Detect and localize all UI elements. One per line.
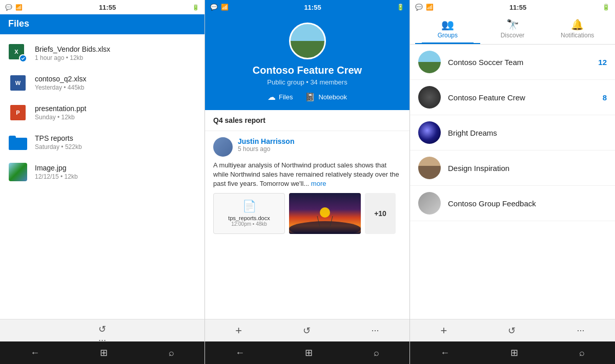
- attachment-doc[interactable]: 📄 tps_reports.docx 12:00pm • 48kb: [213, 193, 285, 234]
- file-info: TPS reports Saturday • 522kb: [35, 134, 82, 151]
- file-name: contoso_q2.xlsx: [35, 75, 86, 83]
- group-avatar-feedback: [418, 192, 441, 215]
- group-row[interactable]: Contoso Group Feedback: [410, 186, 615, 221]
- files-header: Files: [0, 14, 205, 34]
- group-row[interactable]: Bright Dreams: [410, 115, 615, 151]
- home-icon-3[interactable]: ⊞: [510, 347, 518, 358]
- group-badge-crew: 8: [603, 93, 607, 102]
- file-list: X Briefs_Vendor Bids.xlsx 1 hour ago • 1…: [0, 34, 204, 319]
- bottom-bar-2: + ↺ ···: [205, 319, 409, 341]
- bottom-bar-3: + ↺ ···: [410, 319, 615, 341]
- bottom-bar-1: ↺ ···: [0, 319, 205, 341]
- notebook-icon: 📓: [305, 92, 315, 102]
- phone-groups-list: 💬 📶 11:55 🔋 👥 Groups 🔭 Discover 🔔 Notifi…: [410, 0, 615, 364]
- file-icon-image: [8, 162, 28, 182]
- add-icon-3[interactable]: +: [441, 324, 447, 337]
- file-item[interactable]: X Briefs_Vendor Bids.xlsx 1 hour ago • 1…: [0, 38, 204, 68]
- file-item[interactable]: TPS reports Saturday • 522kb: [0, 127, 204, 157]
- group-avatar-crew: [418, 86, 441, 109]
- battery-icon-3: 🔋: [602, 4, 610, 11]
- group-name-crew: Contoso Feature Crew: [448, 93, 603, 102]
- doc-icon: 📄: [242, 200, 256, 213]
- post-title: Q4 sales report: [205, 110, 409, 131]
- files-title: Files: [8, 18, 196, 29]
- read-more-link[interactable]: more: [311, 180, 326, 187]
- post-avatar: [213, 137, 233, 157]
- attachment-more[interactable]: +10: [365, 193, 396, 234]
- tab-groups[interactable]: 👥 Groups: [415, 14, 480, 44]
- svg-point-1: [320, 207, 330, 218]
- home-icon-2[interactable]: ⊞: [305, 347, 313, 358]
- phone-group-detail: 💬 📶 11:55 🔋 Contoso Feature Crew Public …: [205, 0, 410, 364]
- nav-bar-2: ← ⊞ ⌕: [205, 341, 409, 364]
- file-icon-word: W: [8, 73, 28, 93]
- file-icon-excel: X: [8, 44, 28, 63]
- group-name-design: Design Inspiration: [448, 164, 607, 173]
- status-bar-3: 💬 📶 11:55 🔋: [410, 0, 615, 14]
- more-icon-3[interactable]: ···: [577, 325, 584, 336]
- chat-icon-3: 💬: [415, 4, 423, 11]
- search-icon[interactable]: ⌕: [169, 348, 174, 358]
- file-name: presentation.ppt: [35, 104, 86, 113]
- discover-tab-label: Discover: [501, 32, 525, 39]
- files-label: Files: [279, 93, 293, 101]
- groups-list: Contoso Soccer Team 12 Contoso Feature C…: [410, 45, 615, 319]
- status-bar-1: 💬 📶 11:55 🔋: [0, 0, 204, 14]
- battery-icon-2: 🔋: [397, 4, 404, 11]
- post-attachments: 📄 tps_reports.docx 12:00pm • 48kb: [205, 193, 409, 239]
- add-icon[interactable]: +: [235, 324, 242, 337]
- attachment-image[interactable]: [289, 193, 361, 234]
- file-meta: 12/12/15 • 12kb: [35, 173, 78, 180]
- file-item[interactable]: P presentation.ppt Sunday • 12kb: [0, 98, 204, 127]
- attachment-name: tps_reports.docx: [228, 215, 270, 221]
- post-time: 5 hours ago: [238, 145, 294, 153]
- group-name: Contoso Feature Crew: [253, 65, 362, 76]
- group-name-dreams: Bright Dreams: [448, 129, 607, 137]
- group-row[interactable]: Contoso Feature Crew 8: [410, 80, 615, 115]
- groups-tab-label: Groups: [438, 32, 458, 39]
- back-icon[interactable]: ←: [30, 348, 39, 358]
- file-name: Image.jpg: [35, 164, 78, 172]
- tab-discover[interactable]: 🔭 Discover: [480, 14, 545, 44]
- refresh-icon-3[interactable]: ↺: [508, 325, 516, 336]
- time-3: 11:55: [509, 4, 526, 11]
- battery-icon-1: 🔋: [192, 4, 199, 11]
- nav-bar-3: ← ⊞ ⌕: [410, 341, 615, 364]
- post-body: A multiyear analysis of Northwind produc…: [205, 161, 409, 193]
- group-badge-soccer: 12: [598, 58, 607, 67]
- file-meta: Saturday • 522kb: [35, 143, 82, 151]
- file-icon-ppt: P: [8, 103, 28, 122]
- files-button[interactable]: ☁ Files: [268, 92, 293, 102]
- group-hero: Contoso Feature Crew Public group • 34 m…: [205, 14, 409, 110]
- search-icon-3[interactable]: ⌕: [579, 348, 585, 358]
- post-author-info: Justin Harrisson 5 hours ago: [238, 137, 294, 153]
- notebook-label: Notebook: [318, 93, 347, 101]
- time-2: 11:55: [304, 4, 321, 11]
- back-icon-3[interactable]: ←: [440, 348, 449, 358]
- group-row[interactable]: Design Inspiration: [410, 151, 615, 186]
- chat-icon: 💬: [5, 4, 12, 11]
- notebook-button[interactable]: 📓 Notebook: [305, 92, 347, 102]
- file-info: Image.jpg 12/12/15 • 12kb: [35, 164, 78, 180]
- group-name-soccer: Contoso Soccer Team: [448, 58, 598, 67]
- file-meta: Sunday • 12kb: [35, 114, 86, 121]
- tab-notifications[interactable]: 🔔 Notifications: [545, 14, 610, 44]
- wifi-icon-2: 📶: [221, 4, 229, 11]
- cloud-icon: ☁: [268, 92, 276, 102]
- time-1: 11:55: [99, 4, 116, 11]
- refresh-icon-2[interactable]: ↺: [303, 325, 311, 336]
- group-avatar-dreams: [418, 121, 441, 144]
- group-row[interactable]: Contoso Soccer Team 12: [410, 45, 615, 80]
- file-item[interactable]: Image.jpg 12/12/15 • 12kb: [0, 157, 204, 187]
- file-meta: 1 hour ago • 12kb: [35, 54, 110, 61]
- more-icon-2[interactable]: ···: [372, 325, 379, 336]
- wifi-icon-3: 📶: [426, 4, 434, 11]
- group-name-feedback: Contoso Group Feedback: [448, 199, 607, 208]
- search-icon-2[interactable]: ⌕: [374, 348, 379, 358]
- back-icon-2[interactable]: ←: [235, 348, 244, 358]
- file-meta: Yesterday • 445kb: [35, 84, 86, 91]
- home-icon[interactable]: ⊞: [100, 347, 108, 358]
- refresh-icon[interactable]: ↺: [98, 324, 106, 335]
- file-item[interactable]: W contoso_q2.xlsx Yesterday • 445kb: [0, 68, 204, 98]
- status-bar-2: 💬 📶 11:55 🔋: [205, 0, 409, 14]
